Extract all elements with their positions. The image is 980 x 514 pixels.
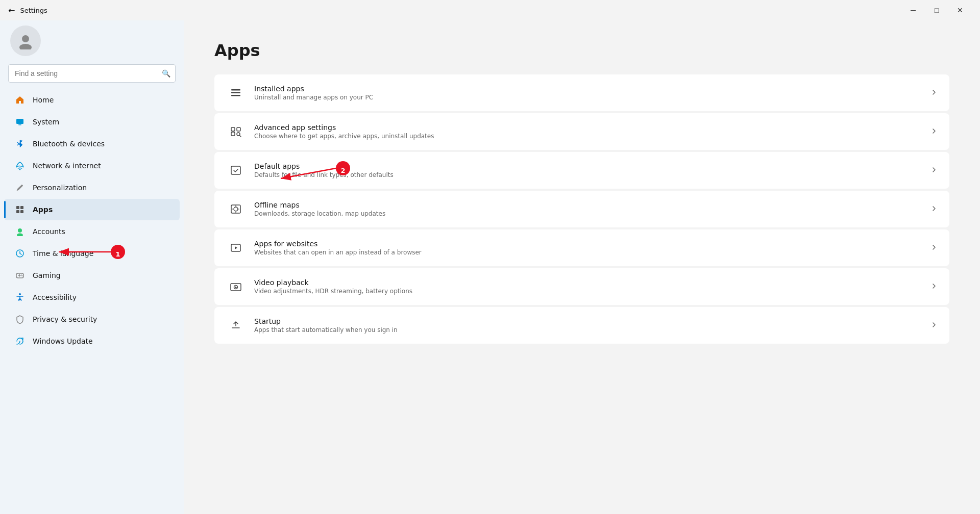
- svg-rect-20: [237, 127, 240, 131]
- advanced-app-settings-icon: [227, 122, 245, 141]
- sidebar-item-label: Accessibility: [33, 293, 77, 301]
- svg-rect-5: [16, 206, 19, 209]
- home-icon: [14, 94, 26, 106]
- video-playback-icon: [227, 277, 245, 296]
- svg-rect-17: [231, 92, 240, 94]
- apps-for-websites-icon: [227, 239, 245, 257]
- personalization-icon: [14, 182, 26, 193]
- network-icon: [14, 160, 26, 171]
- sidebar-item-bluetooth[interactable]: Bluetooth & devices: [4, 133, 180, 155]
- video-playback-chevron-icon: [931, 282, 937, 291]
- settings-item-video-playback[interactable]: Video playbackVideo adjustments, HDR str…: [214, 268, 949, 305]
- svg-point-0: [22, 35, 29, 42]
- installed-apps-icon: [227, 84, 245, 102]
- sidebar-item-privacy[interactable]: Privacy & security: [4, 309, 180, 330]
- nav-list: HomeSystemBluetooth & devicesNetwork & i…: [0, 89, 184, 352]
- search-icon: 🔍: [162, 69, 170, 78]
- sidebar-item-label: Bluetooth & devices: [33, 140, 105, 148]
- settings-item-apps-for-websites[interactable]: Apps for websitesWebsites that can open …: [214, 229, 949, 266]
- gaming-icon: [14, 270, 26, 281]
- sidebar-item-label: Apps: [33, 205, 53, 214]
- default-apps-chevron-icon: [931, 166, 937, 174]
- avatar: [10, 25, 41, 56]
- default-apps-text: Default appsDefaults for file and link t…: [254, 162, 922, 178]
- startup-desc: Apps that start automatically when you s…: [254, 326, 922, 333]
- video-playback-desc: Video adjustments, HDR streaming, batter…: [254, 288, 922, 295]
- sidebar-item-time[interactable]: Time & language: [4, 243, 180, 264]
- accounts-icon: [14, 226, 26, 237]
- offline-maps-title: Offline maps: [254, 201, 922, 209]
- svg-rect-22: [231, 166, 240, 174]
- svg-rect-3: [18, 124, 21, 125]
- sidebar-item-gaming[interactable]: Gaming: [4, 265, 180, 286]
- apps-for-websites-title: Apps for websites: [254, 240, 922, 248]
- sidebar-item-accounts[interactable]: Accounts: [4, 221, 180, 242]
- main-content: Apps Installed appsUninstall and manage …: [184, 20, 980, 514]
- offline-maps-text: Offline mapsDownloads, storage location,…: [254, 201, 922, 217]
- svg-rect-2: [16, 119, 23, 124]
- title-bar-left: ← Settings: [8, 6, 47, 15]
- settings-item-default-apps[interactable]: Default appsDefaults for file and link t…: [214, 152, 949, 189]
- apps-icon: [14, 204, 26, 215]
- sidebar-item-apps[interactable]: Apps: [4, 199, 180, 220]
- svg-point-14: [22, 275, 23, 276]
- sidebar-item-personalization[interactable]: Personalization: [4, 177, 180, 198]
- maximize-button[interactable]: □: [925, 2, 948, 18]
- sidebar-item-network[interactable]: Network & internet: [4, 155, 180, 176]
- svg-rect-19: [231, 127, 235, 131]
- update-icon: [14, 336, 26, 347]
- svg-rect-6: [20, 206, 23, 209]
- svg-rect-16: [231, 89, 240, 91]
- settings-list: Installed appsUninstall and manage apps …: [214, 74, 949, 344]
- privacy-icon: [14, 314, 26, 325]
- svg-point-13: [21, 275, 22, 276]
- settings-item-advanced-app-settings[interactable]: Advanced app settingsChoose where to get…: [214, 113, 949, 150]
- back-icon: ←: [8, 6, 15, 15]
- startup-chevron-icon: [931, 321, 937, 329]
- sidebar-item-update[interactable]: Windows Update: [4, 330, 180, 352]
- apps-for-websites-chevron-icon: [931, 244, 937, 252]
- offline-maps-chevron-icon: [931, 205, 937, 213]
- search-input[interactable]: [8, 64, 176, 83]
- sidebar-item-accessibility[interactable]: Accessibility: [4, 287, 180, 308]
- startup-title: Startup: [254, 317, 922, 325]
- offline-maps-icon: [227, 200, 245, 218]
- installed-apps-desc: Uninstall and manage apps on your PC: [254, 94, 922, 101]
- close-button[interactable]: ✕: [948, 2, 972, 18]
- svg-point-9: [18, 228, 22, 233]
- sidebar-item-home[interactable]: Home: [4, 89, 180, 111]
- video-playback-title: Video playback: [254, 278, 922, 287]
- advanced-app-settings-chevron-icon: [931, 127, 937, 136]
- sidebar-item-system[interactable]: System: [4, 111, 180, 133]
- svg-point-1: [19, 44, 32, 49]
- accessibility-icon: [14, 292, 26, 303]
- sidebar: 🔍 HomeSystemBluetooth & devicesNetwork &…: [0, 20, 184, 514]
- window-controls: ─ □ ✕: [901, 2, 972, 18]
- sidebar-item-label: Personalization: [33, 184, 87, 192]
- title-bar: ← Settings ─ □ ✕: [0, 0, 980, 20]
- settings-item-installed-apps[interactable]: Installed appsUninstall and manage apps …: [214, 74, 949, 111]
- advanced-app-settings-text: Advanced app settingsChoose where to get…: [254, 123, 922, 140]
- advanced-app-settings-desc: Choose where to get apps, archive apps, …: [254, 133, 922, 140]
- default-apps-desc: Defaults for file and link types, other …: [254, 171, 922, 178]
- startup-icon: [227, 316, 245, 335]
- user-section: [0, 20, 184, 64]
- sidebar-item-label: Gaming: [33, 271, 61, 279]
- settings-item-offline-maps[interactable]: Offline mapsDownloads, storage location,…: [214, 191, 949, 227]
- time-icon: [14, 248, 26, 259]
- default-apps-title: Default apps: [254, 162, 922, 170]
- svg-rect-8: [20, 210, 23, 213]
- app-title: Settings: [20, 7, 47, 14]
- offline-maps-desc: Downloads, storage location, map updates: [254, 210, 922, 217]
- sidebar-item-label: Home: [33, 96, 54, 104]
- sidebar-item-label: Windows Update: [33, 337, 93, 345]
- advanced-app-settings-title: Advanced app settings: [254, 123, 922, 132]
- minimize-button[interactable]: ─: [901, 2, 925, 18]
- startup-text: StartupApps that start automatically whe…: [254, 317, 922, 333]
- video-playback-text: Video playbackVideo adjustments, HDR str…: [254, 278, 922, 295]
- settings-item-startup[interactable]: StartupApps that start automatically whe…: [214, 307, 949, 344]
- sidebar-item-label: Privacy & security: [33, 315, 97, 323]
- installed-apps-title: Installed apps: [254, 85, 922, 93]
- svg-rect-7: [16, 210, 19, 213]
- bluetooth-icon: [14, 138, 26, 149]
